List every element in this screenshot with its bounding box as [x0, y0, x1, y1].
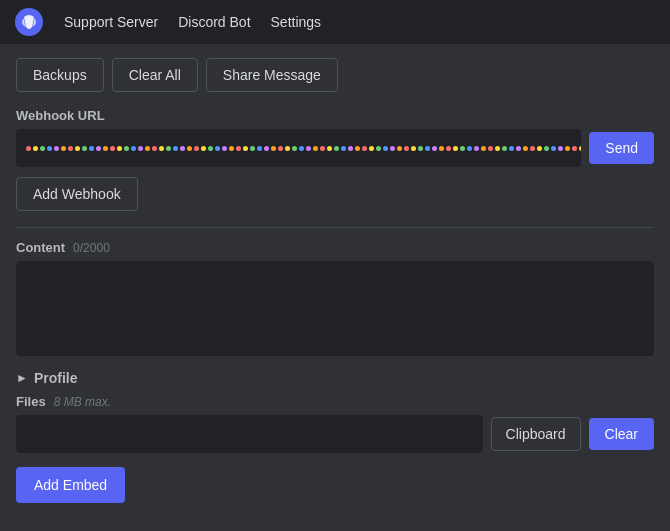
webhook-dot [488, 146, 493, 151]
webhook-dot [369, 146, 374, 151]
app-logo [14, 7, 44, 37]
webhook-dot [124, 146, 129, 151]
webhook-dot [152, 146, 157, 151]
webhook-dot [229, 146, 234, 151]
webhook-dot [138, 146, 143, 151]
webhook-dot [551, 146, 556, 151]
send-button[interactable]: Send [589, 132, 654, 164]
webhook-dot [383, 146, 388, 151]
webhook-dot [96, 146, 101, 151]
nav-support-server[interactable]: Support Server [64, 14, 158, 30]
webhook-dot [306, 146, 311, 151]
webhook-dot [327, 146, 332, 151]
webhook-dot [110, 146, 115, 151]
webhook-dot [411, 146, 416, 151]
backups-button[interactable]: Backups [16, 58, 104, 92]
webhook-dot [544, 146, 549, 151]
webhook-dot [530, 146, 535, 151]
webhook-dot [208, 146, 213, 151]
profile-section[interactable]: ► Profile [16, 360, 654, 394]
webhook-dot [131, 146, 136, 151]
webhook-dot [467, 146, 472, 151]
webhook-dot [47, 146, 52, 151]
content-count: 0/2000 [73, 241, 110, 255]
webhook-dot [250, 146, 255, 151]
divider [16, 227, 654, 228]
webhook-dot [418, 146, 423, 151]
webhook-dot [439, 146, 444, 151]
webhook-dot [201, 146, 206, 151]
files-input[interactable] [16, 415, 483, 453]
webhook-dot [313, 146, 318, 151]
webhook-dot [103, 146, 108, 151]
webhook-dot [54, 146, 59, 151]
webhook-dot [509, 146, 514, 151]
webhook-dot [376, 146, 381, 151]
webhook-dot [446, 146, 451, 151]
webhook-dot [334, 146, 339, 151]
add-embed-button[interactable]: Add Embed [16, 467, 125, 503]
profile-chevron-icon: ► [16, 371, 28, 385]
webhook-dot [460, 146, 465, 151]
add-webhook-button[interactable]: Add Webhook [16, 177, 138, 211]
webhook-dot [222, 146, 227, 151]
webhook-label: Webhook URL [16, 108, 654, 123]
content-label: Content [16, 240, 65, 255]
clipboard-button[interactable]: Clipboard [491, 417, 581, 451]
profile-label: Profile [34, 370, 78, 386]
clear-all-button[interactable]: Clear All [112, 58, 198, 92]
webhook-dot [558, 146, 563, 151]
webhook-dot [523, 146, 528, 151]
webhook-dot [236, 146, 241, 151]
webhook-dot [187, 146, 192, 151]
webhook-dot [278, 146, 283, 151]
webhook-dot [166, 146, 171, 151]
webhook-dot [348, 146, 353, 151]
webhook-dot [75, 146, 80, 151]
webhook-dot [68, 146, 73, 151]
webhook-input-dots[interactable] [16, 129, 581, 167]
webhook-dot [292, 146, 297, 151]
webhook-dot [40, 146, 45, 151]
webhook-row: Send [16, 129, 654, 167]
webhook-dot [264, 146, 269, 151]
webhook-dot [61, 146, 66, 151]
webhook-dot [257, 146, 262, 151]
webhook-dot [481, 146, 486, 151]
files-row: Clipboard Clear [16, 415, 654, 453]
nav-settings[interactable]: Settings [271, 14, 322, 30]
webhook-dot [194, 146, 199, 151]
webhook-dot [243, 146, 248, 151]
webhook-dot [502, 146, 507, 151]
webhook-dot [159, 146, 164, 151]
webhook-dot [579, 146, 581, 151]
main-content: Backups Clear All Share Message Webhook … [0, 44, 670, 517]
webhook-dot [341, 146, 346, 151]
webhook-dot [285, 146, 290, 151]
webhook-dot [453, 146, 458, 151]
webhook-dot [537, 146, 542, 151]
nav-discord-bot[interactable]: Discord Bot [178, 14, 250, 30]
files-max-label: 8 MB max. [54, 395, 111, 409]
share-message-button[interactable]: Share Message [206, 58, 338, 92]
webhook-dot [362, 146, 367, 151]
webhook-dot [33, 146, 38, 151]
top-button-row: Backups Clear All Share Message [16, 58, 654, 92]
webhook-dot [572, 146, 577, 151]
webhook-dot [495, 146, 500, 151]
webhook-dot [271, 146, 276, 151]
clear-button[interactable]: Clear [589, 418, 654, 450]
webhook-dot [82, 146, 87, 151]
webhook-dot [432, 146, 437, 151]
webhook-dot [215, 146, 220, 151]
webhook-dot [145, 146, 150, 151]
webhook-dot [516, 146, 521, 151]
webhook-dot [425, 146, 430, 151]
webhook-dot [397, 146, 402, 151]
content-textarea[interactable] [16, 261, 654, 356]
webhook-dot [390, 146, 395, 151]
webhook-dot [320, 146, 325, 151]
webhook-dot [26, 146, 31, 151]
files-header: Files 8 MB max. [16, 394, 654, 409]
webhook-dot [404, 146, 409, 151]
